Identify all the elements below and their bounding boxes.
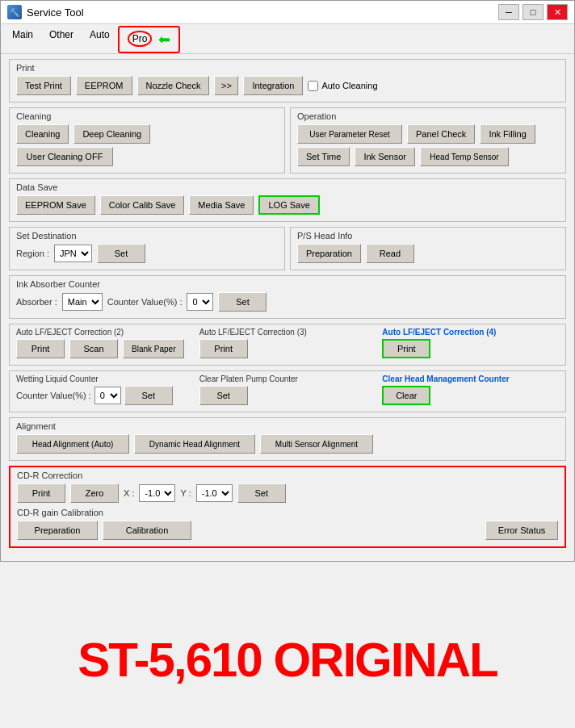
user-parameter-reset-button[interactable]: User Parameter Reset: [297, 124, 402, 144]
clear-head-clear-button[interactable]: Clear: [382, 386, 430, 405]
auto-cleaning-label: Auto Cleaning: [321, 81, 377, 90]
panel-check-button[interactable]: Panel Check: [407, 124, 475, 144]
title-controls: ─ □ ✕: [498, 4, 568, 20]
auto-lf-2-scan-button[interactable]: Scan: [69, 339, 118, 358]
cd-r-gain-row: Preparation Calibration Error Status: [17, 521, 558, 540]
wetting-liquid-row: Counter Value(%) : 0 Set: [16, 386, 193, 405]
arrow-button[interactable]: >>: [214, 76, 238, 95]
cd-r-gain-calibration-button[interactable]: Calibration: [103, 521, 191, 540]
minimize-button[interactable]: ─: [498, 4, 519, 20]
absorber-select[interactable]: Main: [62, 293, 103, 311]
deep-cleaning-button[interactable]: Deep Cleaning: [73, 124, 150, 144]
main-window: 🔧 Service Tool ─ □ ✕ Main Other Auto Pro…: [0, 0, 575, 562]
counter-value-select[interactable]: 0: [187, 293, 213, 311]
cd-r-gain-section: CD-R gain Calibration Preparation Calibr…: [17, 508, 558, 540]
clear-platen-set-button[interactable]: Set: [199, 386, 248, 405]
auto-lf-4: Auto LF/EJECT Correction (4) Print: [382, 328, 559, 358]
counter-sections: Wetting Liquid Counter Counter Value(%) …: [9, 370, 566, 412]
cd-r-gain-label: CD-R gain Calibration: [17, 508, 558, 517]
menu-item-pro[interactable]: Pro ⬅: [118, 26, 180, 53]
operation-section-label: Operation: [297, 111, 559, 121]
auto-lf-3-buttons: Print: [199, 339, 376, 358]
close-button[interactable]: ✕: [547, 4, 568, 20]
cd-r-set-button[interactable]: Set: [237, 483, 286, 503]
head-alignment-auto-button[interactable]: Head Alignment (Auto): [16, 434, 129, 454]
ink-sensor-button[interactable]: Ink Sensor: [355, 147, 415, 166]
operation-row2: Set Time Ink Sensor Head Temp Sensor: [297, 147, 559, 166]
wetting-set-button[interactable]: Set: [124, 386, 173, 405]
counter-grid: Wetting Liquid Counter Counter Value(%) …: [16, 374, 559, 405]
region-label: Region :: [16, 249, 49, 258]
y-value-select[interactable]: -1.0: [196, 484, 233, 502]
log-save-button[interactable]: LOG Save: [258, 195, 319, 215]
print-buttons-row: Test Print EEPROM Nozzle Check >> Integr…: [16, 76, 559, 95]
menu-item-main[interactable]: Main: [4, 26, 41, 53]
clear-head-counter: Clear Head Management Counter Clear: [382, 374, 559, 405]
clear-head-row: Clear: [382, 386, 559, 405]
cleaning-row1: Cleaning Deep Cleaning: [16, 124, 278, 144]
cd-r-gain-preparation-button[interactable]: Preparation: [17, 521, 98, 540]
auto-lf-4-buttons: Print: [382, 339, 559, 358]
clear-platen-counter: Clear Platen Pump Counter Set: [199, 374, 376, 405]
print-section-label: Print: [16, 63, 559, 73]
eeprom-button[interactable]: EEPROM: [76, 76, 132, 95]
ink-filling-button[interactable]: Ink Filling: [480, 124, 535, 144]
cd-r-correction-section: CD-R Correction Print Zero X : -1.0 Y : …: [17, 471, 558, 503]
pro-tab-label: Pro: [128, 31, 153, 47]
menu-item-other[interactable]: Other: [41, 26, 82, 53]
set-destination-row: Region : JPN Set: [16, 244, 278, 263]
menu-item-auto[interactable]: Auto: [82, 26, 118, 53]
set-destination-label: Set Destination: [16, 231, 278, 241]
eeprom-save-button[interactable]: EEPROM Save: [16, 195, 95, 215]
green-arrow-icon: ⬅: [158, 31, 170, 48]
cd-r-zero-button[interactable]: Zero: [70, 483, 119, 503]
operation-section: Operation User Parameter Reset Panel Che…: [290, 107, 566, 174]
watermark-text: ST-5,610 ORIGINAL: [0, 632, 575, 688]
auto-cleaning-checkbox[interactable]: [308, 81, 318, 91]
auto-lf-2-print-button[interactable]: Print: [16, 339, 65, 358]
ink-absorber-label: Ink Absorber Counter: [16, 279, 559, 289]
maximize-button[interactable]: □: [523, 4, 544, 20]
cleaning-button[interactable]: Cleaning: [16, 124, 69, 144]
print-section: Print Test Print EEPROM Nozzle Check >> …: [9, 59, 566, 103]
wetting-counter-label: Counter Value(%) :: [16, 391, 91, 400]
integration-button[interactable]: Integration: [243, 76, 303, 95]
region-select[interactable]: JPN: [54, 245, 92, 262]
cleaning-section: Cleaning Cleaning Deep Cleaning User Cle…: [9, 107, 285, 174]
head-temp-sensor-button[interactable]: Head Temp Sensor: [420, 147, 509, 166]
auto-cleaning-checkbox-label[interactable]: Auto Cleaning: [308, 81, 377, 91]
y-label: Y :: [180, 488, 191, 498]
alignment-label: Alignment: [16, 421, 559, 431]
auto-lf-2-blank-paper-button[interactable]: Blank Paper: [123, 339, 184, 358]
absorber-set-button[interactable]: Set: [218, 292, 267, 312]
test-print-button[interactable]: Test Print: [16, 76, 71, 95]
auto-lf-4-print-button[interactable]: Print: [382, 339, 430, 358]
user-cleaning-off-button[interactable]: User Cleaning OFF: [16, 147, 113, 166]
multi-sensor-alignment-button[interactable]: Multi Sensor Alignment: [260, 434, 373, 454]
window-title: Service Tool: [27, 6, 84, 19]
counter-value-label: Counter Value(%) :: [107, 297, 183, 307]
auto-lf-3-print-button[interactable]: Print: [199, 339, 248, 358]
data-save-buttons-row: EEPROM Save Color Calib Save Media Save …: [16, 195, 559, 215]
data-save-section: Data Save EEPROM Save Color Calib Save M…: [9, 178, 566, 222]
read-button[interactable]: Read: [366, 244, 414, 263]
content-area: Print Test Print EEPROM Nozzle Check >> …: [1, 54, 574, 561]
color-calib-save-button[interactable]: Color Calib Save: [100, 195, 185, 215]
auto-lf-2-buttons: Print Scan Blank Paper: [16, 339, 193, 358]
x-value-select[interactable]: -1.0: [139, 484, 175, 502]
auto-lf-2: Auto LF/EJECT Correction (2) Print Scan …: [16, 328, 193, 358]
cleaning-row2: User Cleaning OFF: [16, 147, 278, 166]
nozzle-check-button[interactable]: Nozzle Check: [137, 76, 210, 95]
cd-r-print-button[interactable]: Print: [17, 483, 65, 503]
cd-r-correction-row: Print Zero X : -1.0 Y : -1.0 Set: [17, 483, 558, 503]
dynamic-head-alignment-button[interactable]: Dynamic Head Alignment: [134, 434, 255, 454]
cd-r-outer-section: CD-R Correction Print Zero X : -1.0 Y : …: [9, 466, 566, 548]
set-destination-button[interactable]: Set: [97, 244, 145, 263]
set-time-button[interactable]: Set Time: [297, 147, 350, 166]
alignment-buttons-row: Head Alignment (Auto) Dynamic Head Align…: [16, 434, 559, 454]
preparation-button[interactable]: Preparation: [297, 244, 361, 263]
media-save-button[interactable]: Media Save: [189, 195, 254, 215]
error-status-button[interactable]: Error Status: [485, 521, 558, 540]
auto-lf-4-title: Auto LF/EJECT Correction (4): [382, 328, 559, 337]
wetting-counter-select[interactable]: 0: [94, 387, 121, 404]
